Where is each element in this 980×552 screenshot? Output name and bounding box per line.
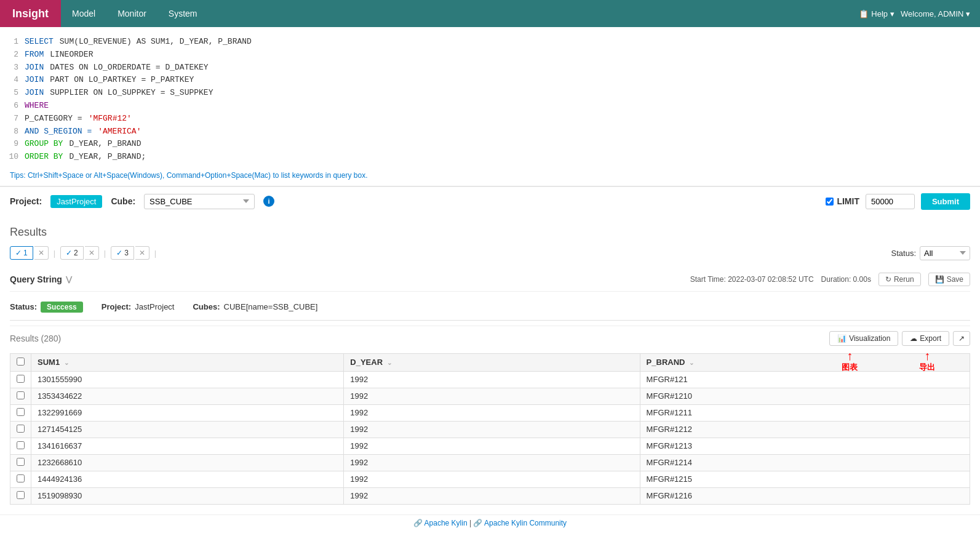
- save-icon: 💾: [935, 275, 944, 284]
- row-checkbox[interactable]: [17, 391, 25, 399]
- table-row[interactable]: 15190989301992MFGR#1216: [10, 487, 970, 504]
- query-project-value: JastProject: [135, 302, 174, 311]
- table-row[interactable]: 13416166371992MFGR#1213: [10, 438, 970, 454]
- tab-3-check[interactable]: ✓ 3: [111, 246, 134, 260]
- chevron-down-icon: ⋁: [66, 275, 72, 284]
- nav-system[interactable]: System: [157, 0, 209, 27]
- tab-1[interactable]: ✓ 1 ✕: [10, 246, 49, 260]
- line-number: 10: [6, 151, 18, 164]
- project-badge[interactable]: JastProject: [50, 195, 102, 208]
- line-number: 2: [6, 49, 18, 62]
- tab-2-close[interactable]: ✕: [85, 246, 99, 260]
- row-checkbox[interactable]: [17, 458, 25, 466]
- table-header-row: SUM1 ⌄ D_YEAR ⌄ P_BRAND ⌄: [10, 353, 970, 371]
- nav-model[interactable]: Model: [61, 0, 106, 27]
- code-line-3: 3JOIN DATES ON LO_ORDERDATE = D_DATEKEY: [6, 62, 974, 74]
- table-cell: 1444924136: [31, 471, 344, 487]
- th-dyear[interactable]: D_YEAR ⌄: [344, 353, 640, 371]
- checkmark-icon: ✓: [15, 249, 22, 257]
- sql-editor[interactable]: 1SELECT SUM(LO_REVENUE) AS SUM1, D_YEAR,…: [0, 27, 980, 186]
- export-label: Export: [920, 334, 941, 343]
- table-cell: 1992: [344, 438, 640, 454]
- info-icon[interactable]: i: [263, 196, 274, 207]
- row-checkbox[interactable]: [17, 491, 25, 499]
- brand-logo[interactable]: Insight: [0, 0, 61, 27]
- row-checkbox[interactable]: [17, 441, 25, 449]
- table-row[interactable]: 13229916691992MFGR#1211: [10, 404, 970, 421]
- code-token: JOIN: [25, 74, 44, 87]
- table-cell: 1992: [344, 371, 640, 388]
- line-number: 1: [6, 36, 18, 49]
- limit-input[interactable]: [866, 194, 915, 209]
- limit-label: LIMIT: [837, 196, 859, 206]
- export-button[interactable]: ☁ Export: [902, 331, 949, 346]
- row-checkbox[interactable]: [17, 375, 25, 383]
- table-row[interactable]: 13534346221992MFGR#1210: [10, 388, 970, 404]
- tab-3[interactable]: ✓ 3 ✕: [111, 246, 149, 260]
- results-section-title: Results: [10, 226, 970, 239]
- th-pbrand[interactable]: P_BRAND ⌄: [640, 353, 970, 371]
- duration: Duration: 0.00s: [821, 275, 871, 284]
- table-cell: 1992: [344, 454, 640, 471]
- code-area[interactable]: 1SELECT SUM(LO_REVENUE) AS SUM1, D_YEAR,…: [0, 33, 980, 166]
- query-info-row: Status: Success Project: JastProject Cub…: [10, 297, 970, 318]
- query-bar: Project: JastProject Cube: SSB_CUBE i LI…: [0, 186, 980, 216]
- table-row[interactable]: 14449241361992MFGR#1215: [10, 471, 970, 487]
- help-icon: 📋: [859, 9, 869, 18]
- row-checkbox[interactable]: [17, 408, 25, 416]
- select-all-checkbox[interactable]: [17, 358, 25, 366]
- limit-checkbox[interactable]: [826, 198, 834, 206]
- table-row[interactable]: 13015559901992MFGR#121: [10, 371, 970, 388]
- query-cubes-label: Cubes:: [193, 302, 220, 311]
- code-line-2: 2FROM LINEORDER: [6, 49, 974, 62]
- tab-1-check[interactable]: ✓ 1: [10, 246, 33, 260]
- table-row[interactable]: 12326686101992MFGR#1214: [10, 454, 970, 471]
- tab-sep-2: |: [102, 249, 108, 258]
- table-cell: MFGR#1214: [640, 454, 970, 471]
- th-sum1[interactable]: SUM1 ⌄: [31, 353, 344, 371]
- visualization-button[interactable]: 📊 Visualization: [829, 331, 898, 346]
- tab-row: ✓ 1 ✕ | ✓ 2 ✕ | ✓ 3 ✕ | Status: All: [10, 246, 970, 260]
- help-menu[interactable]: 📋 Help ▾: [859, 9, 894, 18]
- code-line-1: 1SELECT SUM(LO_REVENUE) AS SUM1, D_YEAR,…: [6, 36, 974, 49]
- code-token: FROM: [25, 49, 44, 62]
- table-cell: MFGR#1213: [640, 438, 970, 454]
- results-label: Results: [10, 334, 39, 343]
- table-row[interactable]: 12714541251992MFGR#1212: [10, 421, 970, 438]
- footer-icon-1: 🔗: [413, 519, 423, 527]
- welcome-label: Welcome, ADMIN ▾: [901, 9, 970, 18]
- code-token: SUPPLIER ON LO_SUPPKEY = S_SUPPKEY: [50, 87, 213, 100]
- th-checkbox[interactable]: [10, 353, 31, 371]
- table-cell: MFGR#1215: [640, 471, 970, 487]
- nav-monitor[interactable]: Monitor: [106, 0, 157, 27]
- rerun-button[interactable]: ↻ Rerun: [878, 273, 921, 286]
- tab-2-check[interactable]: ✓ 2: [60, 246, 84, 260]
- line-number: 5: [6, 87, 18, 100]
- line-number: 9: [6, 138, 18, 151]
- code-token: D_YEAR, P_BRAND;: [69, 151, 146, 164]
- code-token: LINEORDER: [50, 49, 93, 62]
- query-status-field: Status: Success: [10, 302, 83, 313]
- footer-link-community[interactable]: Apache Kylin Community: [484, 519, 567, 527]
- tab-1-close[interactable]: ✕: [34, 246, 49, 260]
- cube-select[interactable]: SSB_CUBE: [144, 194, 255, 209]
- tab-2[interactable]: ✓ 2 ✕: [60, 246, 99, 260]
- tab-3-close[interactable]: ✕: [135, 246, 149, 260]
- tab-2-label: 2: [74, 249, 78, 257]
- status-select[interactable]: All Success Failed: [920, 246, 970, 260]
- query-status-badge: Success: [41, 302, 83, 313]
- code-token: SELECT: [25, 36, 54, 49]
- table-cell: 1992: [344, 471, 640, 487]
- table-cell: 1519098930: [31, 487, 344, 504]
- expand-button[interactable]: ↗: [953, 331, 970, 346]
- table-header: SUM1 ⌄ D_YEAR ⌄ P_BRAND ⌄: [10, 353, 970, 371]
- table-cell: 1301555990: [31, 371, 344, 388]
- row-checkbox[interactable]: [17, 474, 25, 482]
- query-string-label[interactable]: Query String ⋁: [10, 274, 72, 284]
- code-line-8: 8AND S_REGION = 'AMERICA': [6, 126, 974, 138]
- footer-link-kylin[interactable]: Apache Kylin: [424, 519, 468, 527]
- row-checkbox[interactable]: [17, 425, 25, 433]
- submit-button[interactable]: Submit: [921, 193, 970, 210]
- query-cubes-value: CUBE[name=SSB_CUBE]: [224, 302, 318, 311]
- save-button[interactable]: 💾 Save: [928, 273, 970, 286]
